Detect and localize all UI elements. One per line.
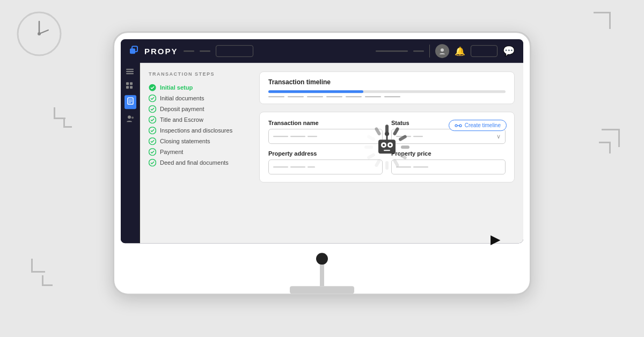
timeline-dash [268, 96, 284, 97]
svg-point-40 [389, 144, 391, 146]
right-panel: Transaction timeline [259, 71, 515, 235]
step-check-icon [149, 127, 156, 134]
steps-panel: TRANSACTION STEPS Initial setup [149, 71, 251, 235]
user-avatar[interactable] [435, 44, 449, 58]
step-item-closing[interactable]: Closing statements [149, 136, 251, 146]
svg-rect-36 [378, 140, 396, 153]
timeline-dash [384, 96, 400, 97]
monitor: PROPY 🔔 💬 [113, 31, 531, 295]
step-check-icon [149, 105, 156, 113]
step-item-payment[interactable]: Payment [149, 146, 251, 157]
chat-icon[interactable]: 💬 [503, 45, 515, 57]
svg-line-3 [39, 30, 48, 34]
step-item-deposit[interactable]: Deposit payment [149, 104, 251, 114]
svg-rect-30 [385, 161, 389, 170]
timeline-dashes [268, 96, 506, 97]
header-nav-btn[interactable] [216, 45, 253, 57]
deco-bracket-bl-far [31, 259, 45, 273]
app-body: TRANSACTION STEPS Initial setup [121, 63, 523, 243]
create-timeline-label: Create timeline [465, 122, 501, 128]
header-dash1 [184, 50, 194, 52]
header-small-btn[interactable] [471, 45, 497, 57]
svg-rect-31 [374, 158, 381, 167]
step-label: Closing statements [160, 138, 210, 144]
step-label: Title and Escrow [160, 116, 203, 123]
svg-rect-29 [392, 158, 399, 167]
deco-bracket-tr [594, 12, 611, 29]
timeline-dash [346, 96, 362, 97]
deco-bracket-bl-near [42, 275, 53, 286]
sidebar-menu-icon[interactable] [126, 67, 135, 76]
sidebar-document-icon[interactable] [125, 95, 136, 109]
monitor-wrapper: PROPY 🔔 💬 [113, 31, 531, 295]
svg-point-11 [128, 115, 131, 119]
monitor-screen: PROPY 🔔 💬 [121, 39, 523, 243]
sidebar-people-icon[interactable] [126, 114, 135, 123]
monitor-neck [320, 265, 324, 286]
step-check-icon [149, 116, 156, 123]
step-check-icon [149, 159, 156, 166]
step-item-deed[interactable]: Deed and final documents [149, 157, 251, 168]
sidebar [121, 63, 140, 243]
timeline-dash [307, 96, 323, 97]
deco-bracket-left1 [54, 107, 65, 119]
deco-bracket-left2 [63, 119, 72, 128]
app-header: PROPY 🔔 💬 [121, 39, 523, 63]
timeline-bar-track [268, 90, 506, 93]
svg-point-6 [441, 48, 444, 52]
loading-robot [363, 123, 411, 171]
clock-decoration [15, 10, 63, 58]
step-item-initial-setup[interactable]: Initial setup [149, 82, 251, 93]
bell-icon[interactable]: 🔔 [455, 46, 465, 56]
svg-rect-32 [367, 153, 376, 160]
monitor-dot [316, 253, 328, 265]
svg-point-43 [385, 131, 389, 136]
step-label: Initial documents [160, 95, 204, 101]
step-check-icon [149, 94, 156, 102]
svg-rect-42 [386, 135, 388, 141]
step-item-initial-docs[interactable]: Initial documents [149, 93, 251, 104]
svg-point-21 [455, 124, 457, 127]
svg-rect-27 [401, 145, 409, 149]
svg-rect-41 [384, 150, 390, 151]
svg-rect-28 [398, 153, 407, 160]
logo-area: PROPY [129, 45, 178, 57]
main-content: TRANSACTION STEPS Initial setup [140, 63, 523, 243]
cursor-pointer: ▶ [491, 232, 500, 247]
timeline-card: Transaction timeline [259, 71, 515, 104]
header-dash-long1 [376, 50, 408, 52]
step-check-icon [149, 137, 156, 145]
step-item-inspections[interactable]: Inspections and disclosures [149, 125, 251, 136]
step-label: Deposit payment [160, 106, 204, 112]
monitor-base [290, 286, 354, 294]
propy-logo-icon [129, 45, 141, 57]
header-divider [429, 45, 430, 57]
step-item-title-escrow[interactable]: Title and Escrow [149, 114, 251, 125]
sidebar-grid-icon[interactable] [126, 81, 135, 90]
timeline-dash [365, 96, 381, 97]
create-timeline-button[interactable]: Create timeline [449, 120, 507, 131]
step-label: Deed and final documents [160, 159, 229, 166]
header-dash2 [200, 50, 210, 52]
deco-bracket-rm2 [599, 142, 611, 153]
logo-text: PROPY [144, 47, 178, 56]
steps-title: TRANSACTION STEPS [149, 71, 251, 77]
svg-rect-34 [367, 135, 376, 142]
timeline-bar-fill [268, 90, 363, 93]
svg-rect-26 [398, 135, 407, 142]
step-check-icon [149, 148, 156, 156]
svg-rect-33 [364, 145, 373, 149]
header-dash3 [413, 50, 424, 52]
step-label: Initial setup [160, 84, 193, 91]
transaction-layout: TRANSACTION STEPS Initial setup [149, 71, 515, 235]
svg-point-12 [131, 116, 134, 119]
svg-rect-35 [374, 127, 381, 136]
step-check-icon [149, 84, 156, 91]
svg-point-39 [383, 144, 385, 146]
step-label: Payment [160, 149, 183, 155]
timeline-dash [326, 96, 342, 97]
svg-point-22 [459, 124, 462, 127]
monitor-stand [114, 250, 530, 294]
step-label: Inspections and disclosures [160, 127, 232, 134]
svg-rect-25 [392, 127, 399, 136]
